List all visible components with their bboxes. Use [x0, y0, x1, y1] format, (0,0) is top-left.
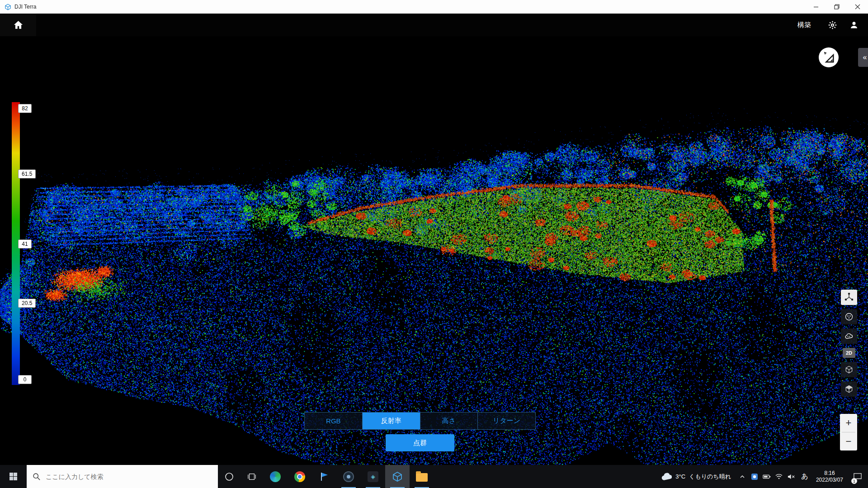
- legend-label-max: 82: [18, 104, 32, 113]
- account-button[interactable]: [846, 14, 862, 36]
- taskbar-app-dji-terra[interactable]: [385, 465, 410, 488]
- window-titlebar: DJI Terra: [0, 0, 868, 14]
- clock-time: 8:16: [824, 470, 835, 477]
- user-icon: [849, 20, 859, 29]
- tray-battery[interactable]: [761, 465, 773, 488]
- folder-icon: [416, 473, 428, 482]
- legend-label-61-5: 61.5: [18, 169, 36, 178]
- zoom-in-button[interactable]: +: [840, 414, 857, 432]
- weather-temp: 3°C: [675, 473, 685, 480]
- point-circle-icon: [844, 312, 854, 321]
- cortana-button[interactable]: [218, 465, 241, 488]
- tab-reflectance[interactable]: 反射率: [363, 413, 420, 429]
- pennant-icon: [319, 472, 329, 482]
- clock-date: 2022/03/07: [816, 477, 843, 483]
- render-mode-tabs: RGB 反射率 高さ リターン: [304, 412, 536, 430]
- gear-icon: [828, 20, 837, 30]
- home-icon: [14, 20, 23, 29]
- start-button[interactable]: [0, 465, 27, 488]
- battery-icon: [763, 474, 771, 479]
- point-cloud-display-button[interactable]: [841, 309, 857, 324]
- zoom-panel: + −: [840, 414, 857, 450]
- weather-widget[interactable]: 3°C くもりのち晴れ: [656, 465, 736, 488]
- maximize-button[interactable]: [826, 0, 847, 14]
- point-cloud-icon: [844, 332, 854, 341]
- taskbar-app-edge[interactable]: [263, 465, 288, 488]
- taskbar-app-pennant[interactable]: [312, 465, 336, 488]
- action-center-button[interactable]: 1: [847, 465, 868, 488]
- legend-label-41: 41: [18, 239, 32, 249]
- settings-button[interactable]: [825, 14, 840, 36]
- tray-volume[interactable]: [785, 465, 797, 488]
- dark-circle-app-icon: [343, 471, 354, 482]
- dji-terra-window: DJI Terra 構築: [0, 0, 868, 488]
- search-icon: [33, 473, 40, 480]
- window-controls: [806, 0, 868, 14]
- cube-outline-icon: [844, 365, 854, 374]
- notification-badge: 1: [851, 478, 857, 484]
- zoom-out-button[interactable]: −: [840, 432, 857, 450]
- weather-desc: くもりのち晴れ: [689, 473, 731, 481]
- tray-expand-button[interactable]: [736, 465, 749, 488]
- gizmo-tool-button[interactable]: [841, 290, 857, 305]
- task-view-button[interactable]: [241, 465, 263, 488]
- app-logo-icon: [4, 3, 11, 10]
- tray-blue-app-icon: [751, 473, 758, 480]
- chrome-icon: [294, 471, 305, 482]
- axes-gizmo-icon: [844, 293, 854, 302]
- point-cloud-canvas[interactable]: [0, 36, 868, 465]
- viewport-3d: 82 61.5 41 20.5 0 «: [0, 36, 868, 465]
- dji-terra-icon: [392, 471, 403, 482]
- tab-rgb[interactable]: RGB: [305, 413, 363, 429]
- window-title: DJI Terra: [14, 4, 36, 10]
- compass-button[interactable]: [819, 47, 839, 67]
- taskbar-app-media[interactable]: ◈: [361, 465, 385, 488]
- home-button[interactable]: [0, 14, 36, 36]
- edge-icon: [270, 471, 281, 482]
- build-menu[interactable]: 構築: [797, 21, 811, 29]
- volume-muted-icon: [788, 474, 795, 480]
- windows-logo-icon: [9, 473, 17, 480]
- clock-widget[interactable]: 8:16 2022/03/07: [812, 465, 847, 488]
- view-2d-button[interactable]: 2D: [843, 348, 855, 358]
- app-header: 構築: [0, 14, 868, 36]
- tab-return[interactable]: リターン: [478, 413, 535, 429]
- minimize-button[interactable]: [806, 0, 826, 14]
- restore-icon: [834, 4, 840, 9]
- taskbar-app-chrome[interactable]: [288, 465, 312, 488]
- taskbar-search: [27, 465, 218, 488]
- legend-label-20-5: 20.5: [18, 299, 36, 308]
- wifi-icon: [775, 474, 783, 479]
- cortana-icon: [225, 472, 234, 481]
- set-square-icon: [822, 51, 835, 64]
- cube-solid-icon: [844, 385, 854, 394]
- cube-solid-button[interactable]: [841, 381, 857, 397]
- taskbar-app-explorer[interactable]: [410, 465, 434, 488]
- cloud-icon: [661, 473, 672, 481]
- system-tray: 3°C くもりのち晴れ: [656, 465, 868, 488]
- tab-height[interactable]: 高さ: [420, 413, 478, 429]
- close-icon: [855, 4, 860, 9]
- cube-wireframe-button[interactable]: [841, 362, 857, 377]
- legend-label-min: 0: [18, 375, 32, 384]
- tray-blue-app[interactable]: [749, 465, 761, 488]
- close-button[interactable]: [847, 0, 868, 14]
- collapse-panel-button[interactable]: «: [858, 48, 868, 67]
- taskbar-app-dark-circle[interactable]: [336, 465, 361, 488]
- chevron-up-icon: [740, 474, 745, 479]
- cloud-density-button[interactable]: [841, 328, 857, 344]
- minimize-icon: [813, 4, 819, 9]
- view-tools: 2D: [840, 290, 858, 397]
- search-input[interactable]: [27, 465, 218, 488]
- media-app-icon: ◈: [368, 471, 378, 482]
- tray-network[interactable]: [773, 465, 785, 488]
- windows-taskbar: ◈ 3°C くもりのち晴れ: [0, 465, 868, 488]
- point-cloud-toggle-button[interactable]: 点群: [386, 434, 454, 451]
- ime-indicator[interactable]: あ: [797, 465, 812, 488]
- task-view-icon: [247, 472, 256, 481]
